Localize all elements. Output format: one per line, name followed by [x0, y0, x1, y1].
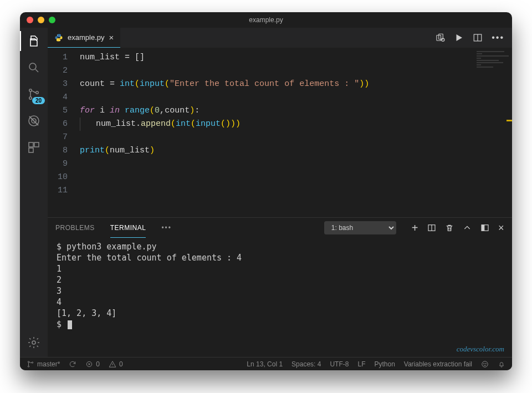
svg-point-24 — [484, 363, 484, 364]
bell-icon — [498, 360, 505, 368]
status-eol[interactable]: LF — [357, 360, 365, 368]
code-editor[interactable]: 1234567891011 num_list = []count = int(i… — [48, 48, 512, 217]
tab-close-icon[interactable]: × — [109, 33, 114, 42]
status-warnings[interactable]: 0 — [109, 360, 123, 368]
panel-tabs: PROBLEMS TERMINAL ••• 1: bash + × — [48, 218, 512, 238]
svg-point-0 — [29, 63, 36, 70]
terminal-output[interactable]: $ python3 example.pyEnter the total coun… — [48, 238, 512, 357]
tab-example-py[interactable]: example.py × — [48, 28, 120, 48]
panel-more-icon[interactable]: ••• — [161, 224, 172, 232]
editor-tabs: example.py × ••• — [48, 28, 512, 48]
terminal-lines: $ python3 example.pyEnter the total coun… — [57, 241, 503, 330]
python-file-icon — [54, 33, 63, 42]
svg-point-3 — [36, 91, 38, 94]
search-icon[interactable] — [26, 60, 42, 75]
tab-terminal[interactable]: TERMINAL — [110, 218, 146, 238]
explorer-icon[interactable] — [26, 33, 42, 49]
sync-icon — [69, 360, 76, 368]
code-area[interactable]: num_list = []count = int(input("Enter th… — [75, 48, 512, 217]
svg-point-11 — [60, 39, 60, 40]
status-errors[interactable]: 0 — [85, 360, 100, 368]
status-spaces[interactable]: Spaces: 4 — [291, 360, 321, 368]
more-actions-icon[interactable]: ••• — [492, 33, 504, 43]
tab-filename: example.py — [68, 33, 104, 42]
svg-point-1 — [29, 89, 32, 91]
branch-icon — [27, 360, 34, 368]
svg-point-25 — [485, 363, 486, 364]
settings-gear-icon[interactable] — [26, 335, 42, 350]
smiley-icon — [481, 360, 489, 368]
kill-terminal-icon[interactable] — [445, 223, 454, 232]
status-sync[interactable] — [69, 360, 76, 368]
status-language[interactable]: Python — [374, 360, 395, 368]
close-panel-icon[interactable]: × — [498, 222, 504, 234]
compare-changes-icon[interactable] — [435, 33, 445, 43]
source-control-badge: 20 — [32, 97, 45, 104]
overview-ruler-marker — [507, 120, 512, 121]
warning-icon — [109, 360, 116, 368]
status-message[interactable]: Variables extraction fail — [404, 360, 472, 368]
run-icon[interactable] — [454, 33, 464, 43]
status-bar: master* 0 0 Ln 13, Col 1 Spaces: 4 UTF-8… — [20, 357, 512, 370]
activity-bar: 20 — [20, 28, 48, 357]
svg-point-9 — [32, 341, 35, 344]
debug-icon[interactable] — [26, 113, 42, 129]
split-terminal-icon[interactable] — [427, 223, 436, 232]
toggle-panel-icon[interactable] — [480, 223, 489, 232]
minimap[interactable] — [477, 51, 510, 73]
line-gutter: 1234567891011 — [48, 48, 75, 217]
svg-point-20 — [28, 365, 29, 366]
status-encoding[interactable]: UTF-8 — [330, 360, 349, 368]
bottom-panel: PROBLEMS TERMINAL ••• 1: bash + × — [48, 217, 512, 357]
terminal-selector[interactable]: 1: bash — [324, 221, 396, 234]
editor-actions: ••• — [435, 28, 512, 48]
svg-point-2 — [29, 97, 32, 99]
status-feedback[interactable] — [481, 360, 489, 368]
status-notifications[interactable] — [498, 360, 505, 368]
vscode-window: example.py 20 — [20, 12, 512, 370]
maximize-panel-icon[interactable] — [463, 223, 472, 232]
status-cursor[interactable]: Ln 13, Col 1 — [247, 360, 283, 368]
svg-point-23 — [482, 361, 488, 367]
status-branch[interactable]: master* — [27, 360, 60, 368]
title-bar: example.py — [20, 12, 512, 28]
svg-rect-18 — [482, 225, 484, 231]
error-icon — [85, 360, 93, 368]
window-title: example.py — [20, 16, 512, 24]
svg-rect-7 — [34, 142, 39, 147]
svg-point-10 — [57, 34, 58, 35]
tab-problems[interactable]: PROBLEMS — [55, 218, 95, 237]
svg-point-19 — [28, 361, 29, 362]
extensions-icon[interactable] — [26, 140, 42, 155]
svg-point-21 — [32, 361, 33, 363]
svg-rect-6 — [29, 142, 33, 147]
watermark: codevscolor.com — [457, 344, 504, 355]
split-editor-icon[interactable] — [473, 33, 483, 43]
new-terminal-icon[interactable]: + — [412, 224, 418, 232]
svg-rect-8 — [29, 148, 33, 152]
source-control-icon[interactable]: 20 — [26, 86, 42, 102]
